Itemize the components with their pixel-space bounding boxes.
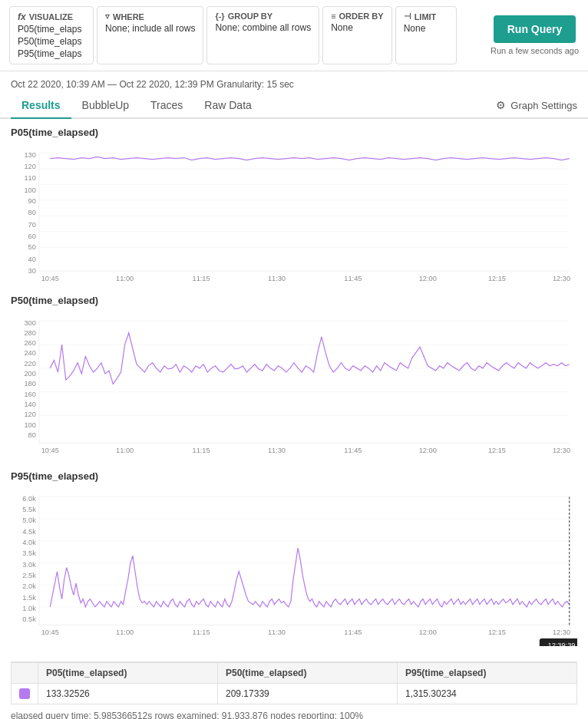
svg-text:130: 130 bbox=[24, 151, 35, 159]
svg-text:12:00: 12:00 bbox=[419, 275, 437, 282]
svg-text:12:00: 12:00 bbox=[419, 628, 437, 635]
table-cell-p95: 1,315.30234 bbox=[398, 683, 577, 704]
svg-text:300: 300 bbox=[24, 318, 35, 326]
svg-text:11:00: 11:00 bbox=[116, 446, 134, 453]
charts-area: P05(time_elapsed) 130 120 110 100 90 80 … bbox=[0, 119, 588, 661]
tabs-bar: Results BubbleUp Traces Raw Data ⚙ Graph… bbox=[0, 93, 588, 119]
run-query-button[interactable]: Run Query bbox=[494, 15, 576, 43]
svg-text:3.0k: 3.0k bbox=[22, 560, 36, 568]
table-row: 133.32526 209.17339 1,315.30234 bbox=[12, 683, 577, 704]
query-footer: elapsed query time: 5.985366512s rows ex… bbox=[0, 704, 588, 719]
chart-p95-container: 6.0k 5.5k 5.0k 4.5k 4.0k 3.5k 3.0k 2.5k … bbox=[11, 485, 577, 646]
orderby-button[interactable]: ≡ ORDER BY None bbox=[322, 6, 391, 64]
limit-button[interactable]: ⊣ LIMIT None bbox=[395, 6, 457, 64]
svg-text:4.0k: 4.0k bbox=[22, 538, 36, 546]
chart-p50-svg: 300 280 260 240 220 200 180 160 140 120 … bbox=[11, 309, 577, 463]
visualize-value-2: P95(time_elaps bbox=[18, 48, 85, 59]
series-color-dot bbox=[19, 688, 30, 699]
svg-text:10:45: 10:45 bbox=[41, 275, 59, 282]
toolbar: fx VISUALIZE P05(time_elaps P50(time_ela… bbox=[0, 0, 588, 71]
svg-text:30: 30 bbox=[28, 267, 36, 275]
svg-text:120: 120 bbox=[24, 163, 35, 170]
where-button[interactable]: ▿ WHERE None; include all rows bbox=[97, 6, 203, 64]
result-table: P05(time_elapsed) P50(time_elapsed) P95(… bbox=[11, 661, 577, 705]
svg-text:11:30: 11:30 bbox=[268, 628, 286, 635]
svg-text:12:30: 12:30 bbox=[553, 628, 570, 635]
svg-text:12:00: 12:00 bbox=[419, 446, 437, 453]
svg-text:120: 120 bbox=[24, 411, 35, 418]
order-icon: ≡ bbox=[331, 12, 335, 21]
graph-settings-label: Graph Settings bbox=[510, 100, 577, 111]
svg-text:11:15: 11:15 bbox=[193, 275, 210, 282]
svg-text:11:00: 11:00 bbox=[116, 628, 134, 635]
svg-text:11:45: 11:45 bbox=[344, 275, 362, 282]
svg-text:11:15: 11:15 bbox=[193, 628, 210, 635]
gear-icon: ⚙ bbox=[496, 99, 506, 111]
limit-icon: ⊣ bbox=[404, 12, 411, 21]
svg-text:10:45: 10:45 bbox=[41, 628, 59, 635]
group-icon: {-} bbox=[215, 12, 224, 21]
tab-traces[interactable]: Traces bbox=[140, 93, 193, 119]
svg-text:11:45: 11:45 bbox=[344, 446, 362, 453]
table-header-p95: P95(time_elapsed) bbox=[398, 662, 577, 683]
groupby-label: GROUP BY bbox=[228, 12, 273, 21]
svg-text:220: 220 bbox=[24, 359, 35, 367]
where-label: WHERE bbox=[113, 12, 144, 21]
svg-text:11:30: 11:30 bbox=[268, 446, 286, 453]
chart-p50-container: 300 280 260 240 220 200 180 160 140 120 … bbox=[11, 309, 577, 463]
svg-text:90: 90 bbox=[28, 197, 36, 205]
table-cell-color bbox=[12, 683, 38, 704]
svg-text:11:00: 11:00 bbox=[116, 275, 134, 282]
table-header-p50: P50(time_elapsed) bbox=[218, 662, 398, 683]
svg-text:70: 70 bbox=[28, 221, 36, 229]
svg-text:80: 80 bbox=[28, 431, 36, 439]
groupby-button[interactable]: {-} GROUP BY None; combine all rows bbox=[206, 6, 319, 64]
svg-text:2.0k: 2.0k bbox=[22, 582, 36, 590]
chart-p95-svg: 6.0k 5.5k 5.0k 4.5k 4.0k 3.5k 3.0k 2.5k … bbox=[11, 485, 577, 646]
chart-p95-title: P95(time_elapsed) bbox=[11, 470, 577, 482]
chart-p05: P05(time_elapsed) 130 120 110 100 90 80 … bbox=[11, 127, 577, 287]
visualize-value-1: P50(time_elaps bbox=[18, 36, 85, 47]
table-cell-p50: 209.17339 bbox=[218, 683, 398, 704]
svg-text:80: 80 bbox=[28, 209, 36, 216]
svg-text:12:39:39: 12:39:39 bbox=[548, 641, 576, 646]
svg-text:12:15: 12:15 bbox=[488, 446, 506, 453]
svg-text:4.5k: 4.5k bbox=[22, 527, 36, 535]
groupby-value: None; combine all rows bbox=[215, 22, 311, 33]
svg-text:5.5k: 5.5k bbox=[22, 505, 36, 513]
chart-p95: P95(time_elapsed) 6.0k 5.5k 5.0k 4.5k 4.… bbox=[11, 470, 577, 646]
chart-p05-title: P05(time_elapsed) bbox=[11, 127, 577, 138]
visualize-value-0: P05(time_elaps bbox=[18, 24, 85, 35]
orderby-label: ORDER BY bbox=[339, 12, 384, 21]
svg-text:280: 280 bbox=[24, 328, 35, 336]
date-range: Oct 22 2020, 10:39 AM — Oct 22 2020, 12:… bbox=[0, 71, 588, 93]
table-header-color bbox=[12, 662, 38, 683]
chart-p50-title: P50(time_elapsed) bbox=[11, 295, 577, 306]
limit-label: LIMIT bbox=[415, 12, 437, 21]
svg-text:2.5k: 2.5k bbox=[22, 571, 36, 579]
run-time: Run a few seconds ago bbox=[491, 46, 579, 55]
chart-p50: P50(time_elapsed) 300 280 260 240 220 20… bbox=[11, 295, 577, 463]
svg-text:11:15: 11:15 bbox=[193, 446, 210, 453]
tab-rawdata[interactable]: Raw Data bbox=[193, 93, 262, 119]
svg-text:100: 100 bbox=[24, 421, 35, 428]
where-value: None; include all rows bbox=[105, 23, 195, 34]
graph-settings-button[interactable]: ⚙ Graph Settings bbox=[496, 99, 577, 111]
tab-bubbleup[interactable]: BubbleUp bbox=[71, 93, 140, 119]
table-header-p05: P05(time_elapsed) bbox=[38, 662, 218, 683]
svg-text:100: 100 bbox=[24, 186, 35, 194]
svg-text:110: 110 bbox=[24, 174, 35, 182]
svg-text:0.5k: 0.5k bbox=[22, 615, 36, 623]
svg-text:260: 260 bbox=[24, 339, 35, 347]
chart-p05-svg: 130 120 110 100 90 80 70 60 50 40 30 bbox=[11, 141, 577, 287]
visualize-button[interactable]: fx VISUALIZE P05(time_elaps P50(time_ela… bbox=[9, 6, 94, 64]
visualize-label: VISUALIZE bbox=[29, 12, 73, 21]
svg-text:1.5k: 1.5k bbox=[22, 593, 36, 601]
svg-text:160: 160 bbox=[24, 390, 35, 397]
table-cell-p05: 133.32526 bbox=[38, 683, 218, 704]
svg-text:180: 180 bbox=[24, 380, 35, 388]
tab-results[interactable]: Results bbox=[11, 93, 71, 119]
svg-text:12:30: 12:30 bbox=[553, 446, 570, 453]
svg-text:10:45: 10:45 bbox=[41, 446, 59, 453]
orderby-value: None bbox=[331, 22, 383, 33]
